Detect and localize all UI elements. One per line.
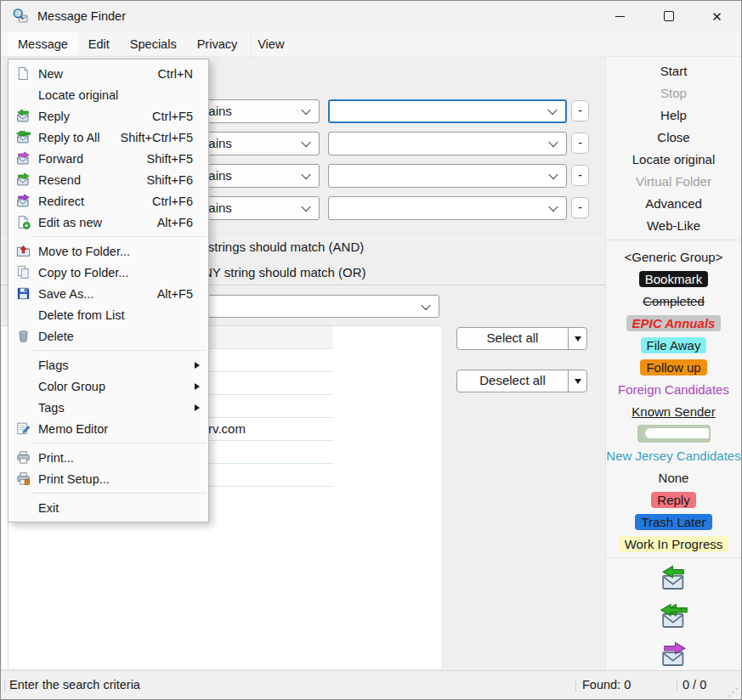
- mail-action-button[interactable]: [660, 566, 688, 595]
- forward-icon: [14, 150, 32, 167]
- maximize-button[interactable]: [644, 1, 693, 31]
- sidebar-action-button[interactable]: Help: [606, 104, 741, 127]
- sidebar-action-button[interactable]: Locate original: [606, 149, 741, 171]
- menu-item[interactable]: Exit: [8, 497, 208, 518]
- sidebar-action-button[interactable]: Close: [606, 127, 741, 149]
- color-group-item[interactable]: Trash Later: [606, 511, 741, 533]
- menubar-item[interactable]: Specials: [120, 32, 187, 56]
- menu-item[interactable]: New Ctrl+N: [8, 63, 208, 84]
- color-group-item[interactable]: EPIC Annuals: [606, 312, 741, 334]
- menu-item[interactable]: Move to Folder...: [8, 240, 208, 262]
- menubar-item[interactable]: Edit: [78, 32, 120, 56]
- menu-section: Flags Color Group: [8, 354, 208, 439]
- close-button[interactable]: ✕: [693, 1, 741, 31]
- separator: [606, 240, 741, 240]
- submenu-arrow-icon: [195, 404, 200, 411]
- menu-item[interactable]: Memo Editor: [8, 418, 208, 439]
- status-found-count: Found: 0: [582, 678, 631, 692]
- color-group-item[interactable]: Known Sender: [606, 400, 741, 422]
- color-group-item[interactable]: Reply: [606, 488, 741, 511]
- deselect-all-dropdown[interactable]: [568, 370, 586, 392]
- sidebar-action-button[interactable]: Start: [606, 60, 741, 82]
- color-group-label: <Generic Group>: [619, 249, 729, 265]
- menu-item[interactable]: Flags: [8, 354, 208, 375]
- resize-grip[interactable]: ⋰: [728, 686, 739, 698]
- deselect-all-button[interactable]: Deselect all: [456, 370, 587, 392]
- search-term-combobox[interactable]: [328, 132, 567, 155]
- color-group-label: Bookmark: [639, 271, 709, 287]
- resend-icon: [14, 172, 32, 188]
- remove-criteria-button[interactable]: -: [571, 197, 589, 218]
- menu-item[interactable]: Tags: [8, 397, 208, 418]
- color-group-label: EPIC Annuals: [626, 315, 722, 331]
- message-finder-window: Message Finder ✕ Message Edit Specials P…: [0, 0, 742, 700]
- message-menu: New Ctrl+N Locate original: [8, 59, 209, 522]
- chevron-down-icon: [301, 105, 310, 115]
- menu-item-shortcut: Alt+F6: [157, 216, 193, 229]
- menu-item[interactable]: Locate original: [8, 84, 208, 105]
- menu-item-label: Reply to All: [38, 131, 100, 144]
- color-group-item[interactable]: Bookmark: [606, 268, 741, 290]
- sidebar-action-button[interactable]: Stop: [606, 82, 741, 104]
- minimize-button[interactable]: [596, 1, 644, 31]
- menu-item[interactable]: Delete from List: [8, 304, 208, 325]
- search-term-combobox[interactable]: [328, 196, 567, 220]
- color-group-item[interactable]: File Away: [606, 334, 741, 356]
- deselect-all-label: Deselect all: [457, 370, 568, 392]
- remove-criteria-button[interactable]: -: [571, 165, 589, 186]
- menu-item-label: Memo Editor: [38, 422, 108, 436]
- color-group-label: Completed: [637, 293, 711, 309]
- menu-item[interactable]: Edit as new Alt+F6: [8, 212, 208, 233]
- memo-editor-icon: [14, 421, 32, 437]
- menu-item-label: Print...: [38, 451, 74, 465]
- search-term-combobox[interactable]: [328, 99, 567, 123]
- select-all-button[interactable]: Select all: [456, 327, 587, 350]
- close-icon: ✕: [711, 10, 722, 23]
- chevron-down-icon: [421, 300, 430, 309]
- color-group-item[interactable]: New Jersey Candidates: [606, 444, 741, 466]
- match-all-label: All strings should match (AND): [190, 240, 364, 254]
- menu-item[interactable]: Resend Shift+F6: [8, 169, 208, 190]
- menubar-item[interactable]: Message: [8, 32, 78, 56]
- color-group-item[interactable]: <Generic Group>: [606, 246, 741, 268]
- menu-item[interactable]: Redirect Ctrl+F6: [8, 190, 208, 212]
- color-group-item[interactable]: Follow up: [606, 356, 741, 378]
- sidebar-action-button[interactable]: Web-Like: [606, 215, 741, 237]
- chevron-down-icon: [548, 170, 558, 179]
- menubar-item[interactable]: View: [247, 32, 294, 56]
- reply-all-icon: [660, 603, 688, 634]
- menu-item[interactable]: Delete: [8, 325, 208, 347]
- menubar-item[interactable]: Privacy: [187, 32, 248, 56]
- dropdown-arrow-icon: [575, 336, 581, 342]
- menu-item[interactable]: Color Group: [8, 375, 208, 397]
- search-term-combobox[interactable]: [328, 164, 567, 188]
- color-group-item[interactable]: Completed: [606, 290, 741, 312]
- menu-item-shortcut: Ctrl+F6: [152, 195, 193, 208]
- menu-item[interactable]: Print...: [8, 447, 208, 468]
- remove-criteria-button[interactable]: -: [571, 100, 589, 121]
- chevron-down-icon: [548, 138, 558, 147]
- menu-item[interactable]: Forward Shift+F5: [8, 148, 208, 169]
- sidebar-action-button[interactable]: Advanced: [606, 193, 741, 215]
- sidebar-action-button[interactable]: Virtual Folder: [606, 171, 741, 193]
- menu-item[interactable]: Reply Ctrl+F5: [8, 105, 208, 127]
- menu-item-label: Delete: [38, 330, 74, 343]
- chevron-down-icon: [301, 202, 310, 212]
- menu-item[interactable]: Copy to Folder...: [8, 262, 208, 283]
- menu-item[interactable]: Reply to All Shift+Ctrl+F5: [8, 127, 208, 148]
- color-group-item[interactable]: Work In Progress: [606, 533, 741, 555]
- remove-criteria-button[interactable]: -: [571, 133, 589, 154]
- menu-item[interactable]: Print Setup...: [8, 468, 208, 489]
- color-group-item[interactable]: Foreign Candidates: [606, 378, 741, 400]
- move-to-folder-icon: [14, 243, 32, 259]
- menu-item[interactable]: Save As... Alt+F5: [8, 283, 208, 304]
- select-all-label: Select all: [457, 328, 568, 349]
- mail-action-button[interactable]: [660, 642, 688, 671]
- list-row-text: rv.com: [208, 421, 246, 436]
- select-all-dropdown[interactable]: [568, 328, 586, 349]
- color-group-item[interactable]: None: [606, 466, 741, 488]
- color-group-item[interactable]: [606, 422, 741, 444]
- menu-item-label: New: [38, 67, 63, 81]
- color-group-label: Work In Progress: [619, 536, 729, 552]
- mail-action-button[interactable]: [660, 604, 688, 633]
